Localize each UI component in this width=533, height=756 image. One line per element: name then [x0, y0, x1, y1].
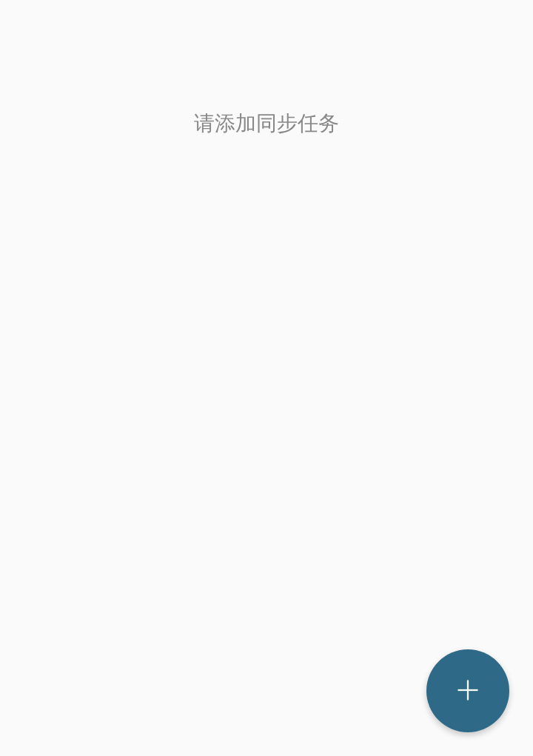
empty-state-message: 请添加同步任务 — [0, 110, 533, 138]
add-task-button[interactable] — [426, 649, 509, 732]
plus-icon — [455, 677, 481, 706]
